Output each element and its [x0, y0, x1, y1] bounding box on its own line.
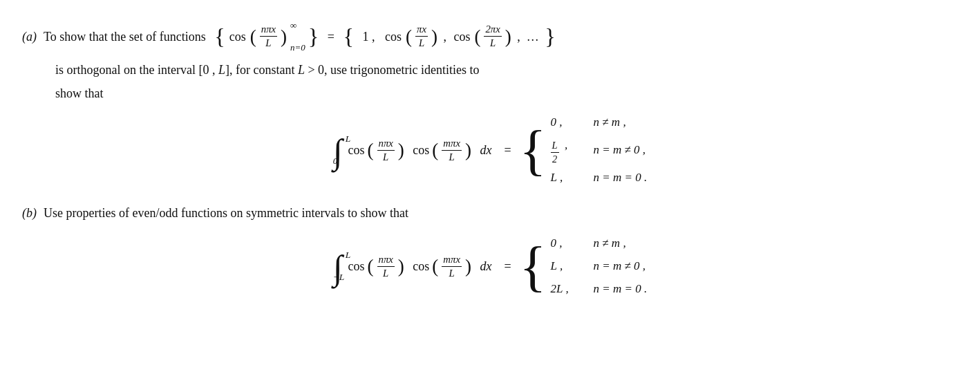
cos-a-2: cos: [413, 140, 429, 161]
part-a-text2-content: is orthogonal on the interval [0 , L], f…: [55, 63, 480, 77]
cos-label-1: cos: [229, 24, 246, 49]
cases-b-rows: 0 , n ≠ m , L , n = m ≠ 0 , 2L , n = m =…: [551, 234, 648, 299]
paren-big-close-3: ): [505, 18, 511, 55]
frac-a-npi-L-num: nπx: [377, 137, 395, 151]
int-b-upper: L: [346, 248, 351, 263]
frac-pi-L: πx L: [415, 23, 428, 50]
cases-a: { 0 , n ≠ m , L 2 ,: [520, 113, 648, 188]
cases-b-val-1: 0 ,: [551, 234, 572, 254]
frac-b-npi-L-num: nπx: [377, 253, 395, 267]
frac-2pi-L-num: 2πx: [484, 23, 501, 37]
cases-b-cond-3: n = m = 0 .: [594, 279, 648, 299]
frac-b-mpi-L-den: L: [448, 267, 456, 280]
paren-a1-close: ): [398, 135, 404, 167]
frac-npi-L-num: nπx: [260, 23, 277, 37]
set2-one: 1 ,: [363, 24, 375, 49]
paren-b1-close: ): [398, 251, 404, 283]
paren-big-close-1: ): [281, 18, 287, 55]
frac-b-npi-L: nπx L: [377, 253, 395, 280]
int-a-wrapper: L ∫ 0: [333, 131, 343, 169]
cos-label-2: cos: [385, 24, 402, 49]
part-a-text3: show that: [55, 83, 958, 104]
cos-b-2: cos: [413, 256, 429, 277]
part-a-line1: (a) To show that the set of functions { …: [22, 17, 958, 57]
frac-pi-L-den: L: [417, 37, 426, 50]
frac-pi-L-num: πx: [415, 23, 428, 37]
part-b-text1: Use properties of even/odd functions on …: [44, 201, 408, 225]
paren-a2-close: ): [465, 135, 471, 167]
cases-b: { 0 , n ≠ m , L , n = m ≠ 0 , 2L , n = m…: [520, 234, 648, 299]
dx-b: dx: [480, 256, 491, 277]
frac-2pi-L: 2πx L: [484, 23, 501, 50]
frac-2pi-L-den: L: [489, 37, 497, 50]
cases-a-cond-3: n = m = 0 .: [594, 168, 648, 188]
int-a-lower: 0: [333, 154, 338, 169]
frac-b-mpi-L-num: mπx: [442, 253, 462, 267]
part-a: (a) To show that the set of functions { …: [22, 17, 958, 188]
int-b-wrapper: L ∫ −L: [333, 248, 343, 285]
part-b-label: (b): [22, 201, 37, 225]
equals-1: =: [328, 24, 334, 49]
cases-b-val-2: L ,: [551, 257, 572, 277]
part-a-label: (a): [22, 24, 37, 49]
frac-a-mpi-L-den: L: [448, 151, 456, 164]
frac-a-mpi-L-num: mπx: [442, 137, 462, 151]
set1-open-brace: {: [214, 26, 225, 48]
part-b: (b) Use properties of even/odd functions…: [22, 201, 958, 299]
eq-b: =: [504, 256, 511, 277]
part-b-line1: (b) Use properties of even/odd functions…: [22, 201, 958, 225]
set2-close-brace: }: [545, 26, 556, 48]
cases-a-rows: 0 , n ≠ m , L 2 , n = m ≠ 0 ,: [551, 113, 648, 188]
part-a-integral: L ∫ 0 cos ( nπx L ) cos ( mπx L ) dx =: [22, 113, 958, 188]
frac-a-mpi-L: mπx L: [442, 137, 462, 164]
cases-b-row-2: L , n = m ≠ 0 ,: [551, 257, 648, 277]
set1-sup: ∞: [290, 17, 305, 35]
cases-a-val-1: 0 ,: [551, 113, 572, 133]
int-b-lower: −L: [333, 270, 345, 286]
part-b-integral: L ∫ −L cos ( nπx L ) cos ( mπx L ) dx =: [22, 234, 958, 299]
paren-a1-open: (: [368, 135, 374, 167]
cases-b-val-3: 2L ,: [551, 279, 572, 299]
frac-a-npi-L: nπx L: [377, 137, 395, 164]
cos-label-3: cos: [453, 24, 470, 49]
eq-a: =: [504, 140, 511, 161]
paren-a2-open: (: [432, 135, 438, 167]
frac-a-npi-L-den: L: [381, 151, 390, 164]
cases-a-val-3: L ,: [551, 168, 572, 188]
paren-b2-close: ): [465, 251, 471, 283]
frac-npi-L-den: L: [264, 37, 272, 50]
cases-a-cond-1: n ≠ m ,: [594, 113, 626, 133]
set1-bounds: ∞ n=0: [290, 17, 305, 57]
frac-b-mpi-L: mπx L: [442, 253, 462, 280]
set1-sub: n=0: [290, 39, 305, 57]
paren-b1-open: (: [368, 251, 374, 283]
frac-npi-L: nπx L: [260, 23, 277, 50]
paren-big-open-1: (: [250, 18, 256, 55]
cases-b-cond-1: n ≠ m ,: [594, 234, 626, 254]
cases-b-row-1: 0 , n ≠ m ,: [551, 234, 648, 254]
paren-big-close-2: ): [431, 18, 437, 55]
set1-close-brace: }: [308, 26, 319, 48]
cases-a-row-2: L 2 , n = m ≠ 0 ,: [551, 136, 648, 166]
part-a-text1: To show that the set of functions: [44, 24, 206, 49]
dx-a: dx: [480, 140, 491, 161]
big-curly-b: {: [520, 241, 547, 292]
big-curly-a: {: [520, 125, 547, 176]
cases-a-cond-2: n = m ≠ 0 ,: [594, 140, 646, 160]
part-a-show-that: show that: [55, 86, 104, 100]
cases-a-val-2: L 2 ,: [551, 136, 572, 166]
set2-open-brace: {: [343, 26, 354, 48]
cases-b-row-3: 2L , n = m = 0 .: [551, 279, 648, 299]
frac-b-npi-L-den: L: [381, 267, 390, 280]
cases-a-row-1: 0 , n ≠ m ,: [551, 113, 648, 133]
paren-big-open-3: (: [474, 18, 480, 55]
paren-big-open-2: (: [406, 18, 412, 55]
cases-b-cond-2: n = m ≠ 0 ,: [594, 257, 646, 277]
cases-a-row-3: L , n = m = 0 .: [551, 168, 648, 188]
math-content: (a) To show that the set of functions { …: [22, 17, 958, 299]
int-a-upper: L: [346, 131, 351, 147]
part-a-text2: is orthogonal on the interval [0 , L], f…: [55, 59, 958, 81]
paren-b2-open: (: [432, 251, 438, 283]
